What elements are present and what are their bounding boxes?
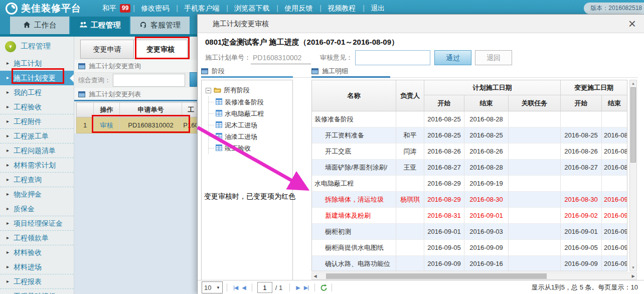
cell-name: 装修准备阶段 (312, 111, 396, 127)
cell-change-start: 2016-09-02 (561, 208, 602, 223)
cell-plan-start: 2016-08-31 (424, 208, 464, 223)
scroll-down-icon[interactable]: ▼ (630, 264, 636, 271)
sidebar-item[interactable]: ▸ 项目经理保证金 (0, 216, 74, 231)
cell-change-end: 2016-08-26 (602, 143, 627, 159)
dialog-subtitle: 0801定金测试客户 施工进度（2016-07-01～2016-08-09） (205, 38, 399, 47)
detail-row: 确认水路、电路功能位 2016-09-09 2016-09-16 2016-09… (312, 256, 627, 271)
scroll-left-icon[interactable]: ◀ (312, 273, 318, 279)
sidebar-item[interactable]: ▸ 施工计划变更 (0, 71, 74, 85)
sidebar-header-label: 工程管理 (21, 42, 51, 51)
scroll-right-icon[interactable]: ▶ (630, 273, 636, 279)
grid-icon (216, 98, 222, 106)
nav-tab-project-management[interactable]: 工程管理 (70, 17, 129, 34)
close-icon[interactable]: × (628, 16, 636, 31)
query-input[interactable] (113, 74, 185, 87)
cell-change-end: 2016-08-28 (602, 160, 627, 175)
section-change-query: 施工计划变更查询 (74, 60, 198, 73)
page-size-select[interactable]: 10 ▼ (202, 281, 223, 293)
caret-right-icon: ▸ (7, 202, 9, 216)
sidebar-item-label: 工程报表 (14, 277, 42, 285)
sidebar-item[interactable]: ▸ 材料需求计划 (0, 158, 74, 173)
next-page-icon[interactable]: ▶ (296, 284, 299, 291)
sidebar-item[interactable]: ▸ 材料进场 (0, 260, 74, 274)
refresh-icon[interactable] (320, 284, 328, 291)
section-title: 施工计划变更列表 (89, 90, 141, 99)
grid-icon (216, 133, 222, 141)
scroll-up-icon[interactable]: ▲ (630, 80, 636, 87)
sidebar-item[interactable]: ▸ 工程验收 (0, 100, 74, 114)
cell-name: 开工交底 (312, 143, 396, 159)
approve-button[interactable]: 通过 (434, 50, 471, 65)
window-icon (311, 68, 318, 74)
change-list-row[interactable]: 1 审核 PD1608310002 P160 (76, 117, 198, 133)
topbar-menu-item[interactable]: 视频教程 (320, 4, 363, 13)
topbar-menu-item[interactable]: 浏览器下载 (227, 4, 277, 13)
opinion-input[interactable] (355, 50, 430, 65)
tree-node[interactable]: 水电隐蔽工程 (209, 108, 292, 119)
cell-name: 水电隐蔽工程 (312, 176, 396, 191)
main-content: 变更申请 变更审核 施工计划变更查询 综合查询： 施工计划变更列表 操作 申请单… (74, 37, 198, 294)
query-button[interactable] (190, 72, 198, 87)
col-header-change-start: 开始 (561, 95, 602, 111)
topbar-menu-item[interactable]: 使用反馈 (277, 4, 320, 13)
sidebar-item[interactable]: ▸ 质保金 (0, 202, 74, 216)
collapse-icon[interactable] (206, 88, 211, 93)
sidebar-item[interactable]: ▸ 材料验收 (0, 245, 74, 260)
tree-node[interactable]: 泥木工进场 (209, 119, 292, 131)
vertical-scroll-thumb[interactable] (630, 87, 636, 163)
first-page-icon[interactable]: |◀ (233, 284, 238, 291)
tree-root-all-stages[interactable]: 所有阶段 (206, 84, 292, 96)
tree-node[interactable]: 装修准备阶段 (209, 96, 292, 108)
caret-right-icon: ▸ (7, 158, 9, 172)
topbar-menu-item[interactable]: 手机客户端 (177, 4, 227, 13)
cell-name: 开工资料准备 (312, 127, 396, 143)
cell-name: 橱柜商提供水电图纸 (312, 240, 396, 255)
reject-button[interactable]: 退回 (475, 50, 512, 65)
topbar-menu: 修改密码 手机客户端 浏览器下载 使用反馈 视频教程 退出 (133, 4, 392, 13)
tree-node[interactable]: 竣工验收 (209, 142, 292, 154)
topbar-menu-item[interactable]: 退出 (363, 4, 392, 13)
review-link[interactable]: 审核 (100, 121, 113, 130)
col-group-change-dates: 变更施工日期 (561, 80, 627, 95)
project-no-partial: P160 (182, 117, 197, 133)
sidebar-item[interactable]: ▸ 工程派工单 (0, 129, 74, 143)
username[interactable]: 和平 (102, 4, 116, 13)
caret-right-icon: ▸ (7, 245, 9, 259)
tab-change-request[interactable]: 变更申请 (80, 40, 134, 59)
section-title: 施工计划变更查询 (89, 62, 141, 71)
sidebar-item-label: 工程附件 (14, 117, 42, 125)
prev-page-icon[interactable]: ◀ (242, 284, 245, 291)
sidebar-item[interactable]: ▸ 工程附件 (0, 114, 74, 129)
nav-tab-workbench[interactable]: 工作台 (10, 17, 69, 34)
sidebar-item[interactable]: ▸ 工程领款单 (0, 231, 74, 245)
notification-badge[interactable]: 99 (120, 4, 130, 13)
sidebar-item[interactable]: ▸ 我的工程 (0, 85, 74, 100)
cell-change-end: 2016-09-09 (602, 240, 627, 255)
cell-owner (396, 224, 424, 239)
cell-change-end: 2016-09-03 (602, 224, 627, 239)
sidebar-header[interactable]: ▼ 工程管理 (0, 37, 74, 56)
col-header-change-end: 结束 (602, 95, 627, 111)
sidebar-item[interactable]: ▸ 工程问题清单 (0, 143, 74, 158)
tree-node[interactable]: 油漆工进场 (209, 131, 292, 142)
topbar-menu-item[interactable]: 修改密码 (133, 4, 177, 13)
sidebar-item[interactable]: ▸ 工程报表 (0, 274, 74, 289)
caret-right-icon: ▸ (7, 216, 9, 230)
sidebar-item-label: 工程查询 (14, 176, 42, 184)
sidebar-item[interactable]: ▸ 工程查询 (0, 173, 74, 187)
last-page-icon[interactable]: ▶| (304, 284, 308, 291)
plan-no-field[interactable]: PD1608310002 (251, 51, 311, 64)
sidebar-item-label: 材料验收 (14, 248, 42, 256)
sidebar-item[interactable]: ▸ 施工计划 (0, 56, 74, 71)
tab-change-review[interactable]: 变更审核 (134, 40, 188, 59)
sidebar-item[interactable]: ▸ 工程基础模板 (0, 289, 74, 294)
cell-change-end: 2016-09-03 (602, 208, 627, 223)
sidebar-item[interactable]: ▸ 物业押金 (0, 187, 74, 202)
nav-tab-label: 客服管理 (150, 21, 181, 30)
horizontal-scrollbar[interactable]: ◀ ▶ (311, 272, 637, 280)
vertical-scrollbar[interactable]: ▲ ▼ (629, 80, 637, 271)
col-header-request-no: 申请单号 (120, 103, 182, 117)
page-number-input[interactable] (257, 282, 272, 293)
nav-tab-customer-service[interactable]: 客服管理 (130, 17, 190, 34)
horizontal-scroll-thumb[interactable] (326, 273, 547, 279)
